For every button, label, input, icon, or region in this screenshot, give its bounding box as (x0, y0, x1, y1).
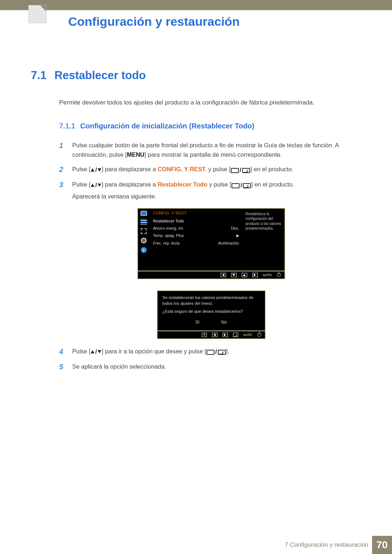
down-arrow-icon (231, 273, 237, 277)
auto-label: AUTO (243, 333, 252, 337)
list-icon (140, 219, 147, 225)
confirm-text-2: ¿Está seguro de que desea restablecerlos… (163, 308, 260, 314)
right-arrow-icon (222, 333, 228, 337)
osd-menu-screenshot: i CONFIG. Y REST. Restablecer Todo Ahorr… (137, 208, 285, 279)
step-text: Pulse [/] para desplazarse a Restablecer… (72, 180, 363, 201)
step-2: 2 Pulse [/] para desplazarse a CONFIG. Y… (59, 164, 363, 175)
page-footer: 7 Configuración y restauración 70 (0, 536, 392, 554)
select-enter-keys-icon: / (231, 180, 251, 190)
osd-help-text: Restablezca la configuración del product… (243, 209, 285, 271)
power-icon (277, 273, 281, 277)
select-enter-keys-icon: / (206, 347, 226, 356)
step-number: 5 (59, 362, 66, 372)
subsection-title: Configuración de inicialización (Restabl… (80, 122, 254, 130)
up-down-keys-icon: / (90, 180, 102, 190)
osd-row: Restablecer Todo (153, 217, 239, 225)
right-arrow-icon (252, 273, 258, 277)
yes-button: Sí (195, 319, 199, 325)
step-number: 4 (59, 346, 66, 357)
resize-icon (141, 228, 147, 234)
page-number-badge: 70 (372, 536, 392, 554)
chapter-title: Configuración y restauración (68, 15, 240, 29)
no-button: No (221, 319, 227, 325)
step-3: 3 Pulse [/] para desplazarse a Restablec… (59, 180, 363, 201)
osd-sidebar: i (138, 209, 150, 271)
osd-button-bar: AUTO (137, 271, 285, 279)
osd-row: Temp. apag. Plus▶ (153, 232, 239, 239)
page-corner-icon (28, 5, 46, 23)
left-arrow-icon (221, 273, 226, 277)
left-arrow-icon (212, 333, 217, 337)
osd-main: CONFIG. Y REST. Restablecer Todo Ahorro … (150, 209, 243, 271)
top-band (0, 0, 392, 10)
section-title: Restablecer todo (54, 69, 146, 82)
subsection-heading: 7.1.1 Configuración de inicialización (R… (59, 122, 363, 130)
select-enter-keys-icon: / (230, 165, 250, 175)
fold-icon (40, 5, 46, 11)
gear-icon (141, 238, 147, 243)
osd-confirm-screenshot: Se restablecerán los valores predetermin… (157, 290, 266, 339)
auto-label: AUTO (263, 273, 272, 277)
step-text: Se aplicará la opción seleccionada. (72, 362, 363, 372)
confirm-button-bar: ✕ AUTO (157, 331, 266, 339)
step-number: 3 (59, 180, 66, 201)
section-intro: Permite devolver todos los ajustes del p… (59, 98, 363, 107)
subsection-number: 7.1.1 (59, 122, 75, 130)
up-down-keys-icon: / (90, 165, 102, 175)
section-heading: 7.1 Restablecer todo (31, 69, 363, 82)
close-icon: ✕ (202, 333, 207, 337)
osd-row: Frec. rep. teclaAceleración (153, 239, 239, 247)
page-content: 7.1 Restablecer todo Permite devolver to… (31, 69, 363, 377)
step-5: 5 Se aplicará la opción seleccionada. (59, 362, 363, 372)
osd-header: CONFIG. Y REST. (153, 211, 239, 215)
confirm-dialog: Se restablecerán los valores predetermin… (157, 290, 266, 331)
osd-panel: i CONFIG. Y REST. Restablecer Todo Ahorr… (137, 208, 285, 271)
monitor-icon (140, 211, 147, 216)
info-icon: i (141, 247, 147, 253)
section-number: 7.1 (31, 69, 46, 82)
step-text: Pulse [/] para desplazarse a CONFIG. Y R… (72, 164, 363, 175)
step-4: 4 Pulse [/] para ir a la opción que dese… (59, 346, 363, 357)
confirm-buttons: Sí No (163, 319, 260, 325)
step-text: Pulse [/] para ir a la opción que desee … (72, 346, 363, 357)
confirm-text-1: Se restablecerán los valores predetermin… (163, 295, 260, 306)
step-text: Pulse cualquier botón de la parte fronta… (72, 140, 363, 160)
step-number: 2 (59, 164, 66, 175)
up-arrow-icon (242, 273, 247, 277)
power-icon (257, 333, 261, 337)
section-body: Permite devolver todos los ajustes del p… (59, 98, 363, 372)
step-number: 1 (59, 140, 66, 160)
osd-row: Ahorro energ. int.Des. (153, 225, 239, 232)
up-down-keys-icon: / (90, 347, 102, 356)
enter-icon (233, 333, 238, 337)
footer-text: 7 Configuración y restauración (285, 541, 368, 549)
step-1: 1 Pulse cualquier botón de la parte fron… (59, 140, 363, 160)
